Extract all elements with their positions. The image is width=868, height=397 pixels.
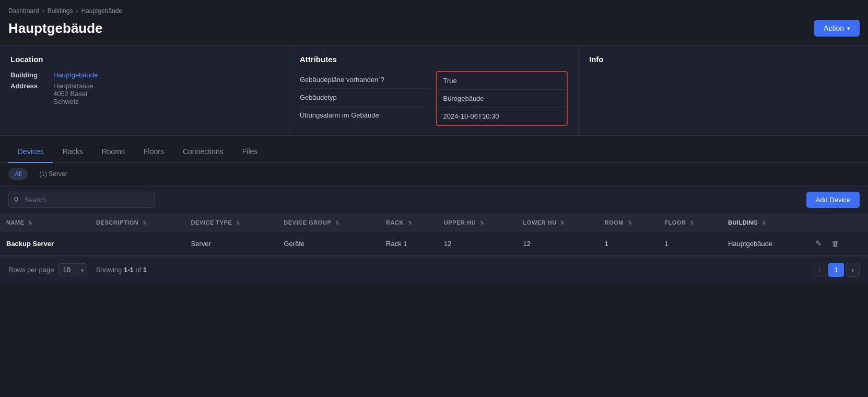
page-title: Hauptgebäude — [8, 20, 103, 37]
pagination-bar: Rows per page 102550100 ▾ Showing 1-1 of… — [0, 256, 868, 283]
location-building-row: Building Hauptgebäude — [10, 71, 278, 79]
sort-icon-device_group: ⇅ — [335, 220, 340, 226]
col-header-device_type[interactable]: Device Type ⇅ — [185, 214, 278, 231]
tab-devices[interactable]: Devices — [8, 141, 53, 163]
breadcrumb: Dashboard › Buildings › Hauptgebäude — [0, 0, 868, 18]
search-wrap: ⚲ — [8, 192, 155, 208]
showing-of: of — [135, 266, 141, 274]
action-button-label: Action — [824, 24, 844, 32]
col-header-actions — [807, 214, 868, 231]
col-header-building[interactable]: Building ⇅ — [722, 214, 807, 231]
sort-icon-room: ⇅ — [628, 220, 632, 226]
col-header-name[interactable]: Name ⇅ — [0, 214, 90, 231]
next-page-button[interactable]: › — [846, 263, 860, 277]
location-section: Location Building Hauptgebäude Address H… — [0, 45, 289, 135]
page-header: Hauptgebäude Action ▾ — [0, 18, 868, 45]
action-button[interactable]: Action ▾ — [814, 20, 860, 37]
tab-racks[interactable]: Racks — [53, 141, 92, 163]
building-label: Building — [10, 71, 47, 79]
search-input[interactable] — [8, 192, 155, 208]
breadcrumb-dashboard[interactable]: Dashboard — [8, 7, 39, 15]
showing-range: 1-1 — [124, 266, 134, 274]
page-controls: ‹ 1 › — [813, 263, 860, 277]
cell-description — [90, 231, 185, 256]
cell-actions: ✎ 🗑 — [807, 231, 868, 256]
tab-files[interactable]: Files — [233, 141, 267, 163]
col-header-lower_hu[interactable]: Lower HU ⇅ — [517, 214, 599, 231]
breadcrumb-sep-2: › — [76, 7, 78, 15]
location-title: Location — [10, 55, 278, 64]
tabs-bar: DevicesRacksRoomsFloorsConnectionsFiles — [0, 141, 868, 163]
breadcrumb-buildings[interactable]: Buildings — [48, 7, 73, 15]
cell-name: Backup Server — [0, 231, 90, 256]
cell-lower_hu: 12 — [517, 231, 599, 256]
per-page-select-wrap: 102550100 ▾ — [58, 263, 87, 276]
address-line-3: Schweiz — [53, 98, 93, 106]
table-row: Backup ServerServerGeräteRack 1121211Hau… — [0, 231, 868, 256]
cell-device_group: Geräte — [277, 231, 380, 256]
info-grid: Location Building Hauptgebäude Address H… — [0, 45, 868, 136]
col-header-device_group[interactable]: Device Group ⇅ — [277, 214, 380, 231]
address-line-2: 4052 Basel — [53, 90, 93, 98]
sort-icon-floor: ⇅ — [690, 220, 695, 226]
filter-all[interactable]: All — [8, 168, 28, 180]
attr-value-item: True — [437, 72, 567, 90]
cell-room: 1 — [599, 231, 659, 256]
sort-icon-upper_hu: ⇅ — [480, 220, 485, 226]
prev-page-button[interactable]: ‹ — [813, 263, 826, 277]
breadcrumb-sep-1: › — [42, 7, 44, 15]
attr-label-item: Gebäudepläne vorhanden`? — [300, 71, 430, 89]
col-header-upper_hu[interactable]: Upper HU ⇅ — [438, 214, 517, 231]
info-title: Info — [589, 55, 858, 64]
edit-button[interactable]: ✎ — [813, 238, 824, 249]
devices-table: Name ⇅Description ⇅Device Type ⇅Device G… — [0, 214, 868, 256]
col-header-room[interactable]: Room ⇅ — [599, 214, 659, 231]
action-button-arrow: ▾ — [847, 25, 850, 32]
breadcrumb-current: Hauptgebäude — [81, 7, 122, 15]
cell-device_type: Server — [185, 231, 278, 256]
sort-icon-rack: ⇅ — [408, 220, 413, 226]
sort-icon-building: ⇅ — [762, 220, 767, 226]
filter-bar: All(1) Server — [0, 163, 868, 185]
tab-floors[interactable]: Floors — [134, 141, 173, 163]
cell-rack: Rack 1 — [380, 231, 438, 256]
attributes-title: Attributes — [300, 55, 568, 64]
page-1-button[interactable]: 1 — [828, 263, 843, 277]
location-address-row: Address Hauptstrasse 4052 Basel Schweiz — [10, 82, 278, 106]
cell-floor: 1 — [658, 231, 722, 256]
attr-label-item: Gebäudetyp — [300, 89, 430, 107]
search-icon: ⚲ — [14, 196, 19, 204]
col-header-rack[interactable]: Rack ⇅ — [380, 214, 438, 231]
address-label: Address — [10, 82, 47, 90]
sort-icon-lower_hu: ⇅ — [560, 220, 565, 226]
per-page-select[interactable]: 102550100 — [58, 263, 87, 276]
attributes-highlight-box: TrueBürogebäude2024-10-06T10:30 — [436, 71, 568, 126]
add-device-button[interactable]: Add Device — [806, 192, 860, 208]
toolbar: ⚲ Add Device — [0, 185, 868, 214]
col-header-floor[interactable]: Floor ⇅ — [658, 214, 722, 231]
attr-label-item: Übungsalarm im Gebäude — [300, 107, 430, 124]
cell-upper_hu: 12 — [438, 231, 517, 256]
tab-rooms[interactable]: Rooms — [92, 141, 134, 163]
filter--1--server[interactable]: (1) Server — [33, 168, 73, 180]
info-section: Info — [579, 45, 868, 135]
delete-button[interactable]: 🗑 — [829, 238, 841, 249]
sort-icon-name: ⇅ — [28, 220, 33, 226]
col-header-description[interactable]: Description ⇅ — [90, 214, 185, 231]
attr-value-item: Bürogebäude — [437, 90, 567, 108]
showing-label: Showing — [96, 266, 122, 274]
address-line-1: Hauptstrasse — [53, 82, 93, 90]
address-value: Hauptstrasse 4052 Basel Schweiz — [53, 82, 93, 106]
attributes-section: Attributes Gebäudepläne vorhanden`?Gebäu… — [289, 45, 579, 135]
cell-building: Hauptgebäude — [722, 231, 807, 256]
attr-value-item: 2024-10-06T10:30 — [437, 108, 567, 125]
showing-text: Showing 1-1 of 1 — [96, 266, 147, 274]
sort-icon-description: ⇅ — [143, 220, 147, 226]
per-page-wrap: Rows per page 102550100 ▾ — [8, 263, 87, 276]
building-value[interactable]: Hauptgebäude — [53, 71, 98, 79]
tab-connections[interactable]: Connections — [173, 141, 233, 163]
showing-total: 1 — [143, 266, 147, 274]
sort-icon-device_type: ⇅ — [236, 220, 241, 226]
rows-per-page-label: Rows per page — [8, 266, 54, 274]
